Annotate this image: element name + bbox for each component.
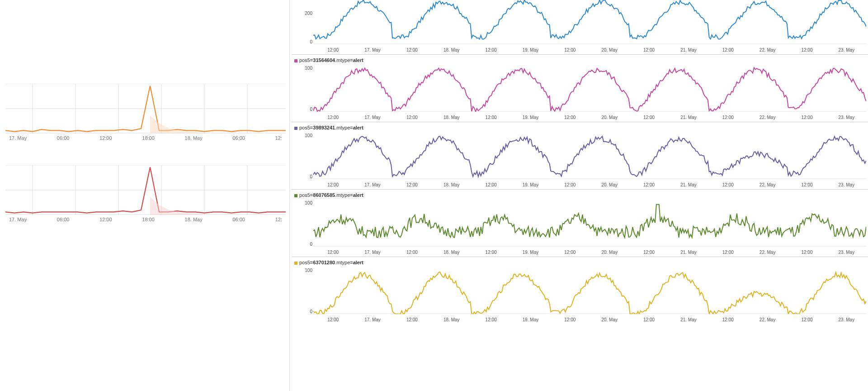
right-panel-2: pos5=39893241.mtype=alert 1000 12:0017. …	[292, 122, 868, 189]
right-panel-1-legend: pos5=31564604.mtype=alert	[294, 57, 363, 63]
left-column: 17. May06:0012:0018:0018. May06:0012: 17…	[0, 0, 289, 391]
right-panel-3: pos5=86076585.mtype=alert 1000 12:0017. …	[292, 189, 868, 257]
left-chart-red-xaxis: 17. May06:0012:0018:0018. May06:0012:	[5, 217, 286, 222]
left-chart-red: 17. May06:0012:0018:0018. May06:0012:	[5, 165, 286, 215]
right-panel-0-xaxis: 12:0017. May12:0018. May12:0019. May12:0…	[313, 48, 866, 52]
right-panel-4: pos5=63701280.mtype=alert 1000 12:0017. …	[292, 257, 868, 324]
right-column: 2000 12:0017. May12:0018. May12:0019. Ma…	[289, 0, 868, 391]
right-panel-0-yaxis: 2000	[300, 11, 312, 44]
left-chart-orange-xaxis: 17. May06:0012:0018:0018. May06:0012:	[5, 135, 286, 141]
right-panel-4-legend: pos5=63701280.mtype=alert	[294, 260, 363, 265]
left-chart-orange: 17. May06:0012:0018:0018. May06:0012:	[5, 84, 286, 134]
right-panel-0: 2000 12:0017. May12:0018. May12:0019. Ma…	[292, 0, 868, 54]
right-panel-2-legend: pos5=39893241.mtype=alert	[294, 125, 363, 130]
right-panel-3-legend: pos5=86076585.mtype=alert	[294, 192, 363, 198]
right-panel-1: pos5=31564604.mtype=alert 1000 12:0017. …	[292, 54, 868, 122]
